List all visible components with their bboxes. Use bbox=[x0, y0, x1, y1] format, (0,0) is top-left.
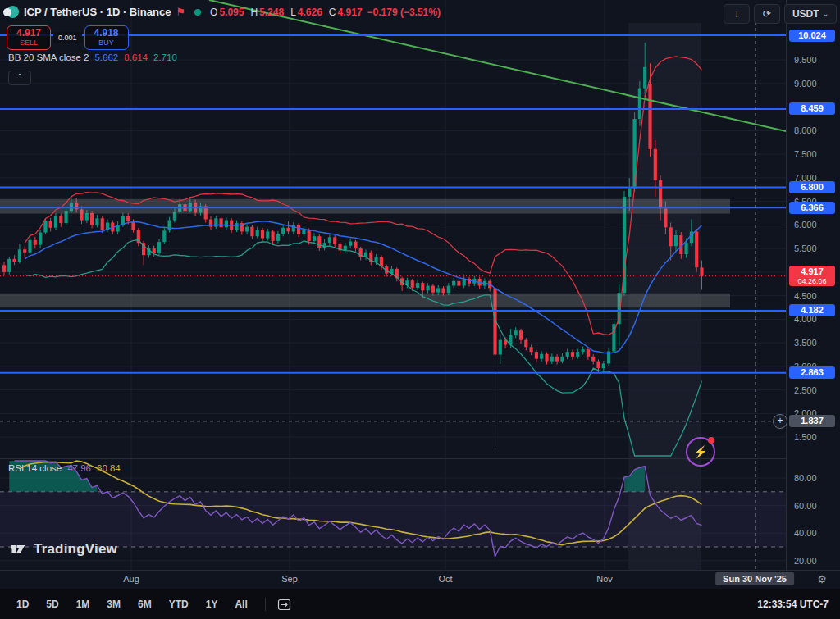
chevron-down-icon: ⌄ bbox=[823, 10, 829, 18]
axis-label: 3.500 bbox=[794, 338, 817, 348]
axis-label: 4.500 bbox=[794, 291, 817, 301]
range-button-5D[interactable]: 5D bbox=[46, 599, 58, 610]
buy-label: BUY bbox=[85, 39, 128, 47]
axis-label: 40.00 bbox=[794, 528, 817, 538]
notification-dot bbox=[708, 437, 714, 444]
toolbar-divider bbox=[265, 598, 266, 611]
axis-label: 80.00 bbox=[794, 473, 817, 483]
change-value: −0.179 (−3.51%) bbox=[368, 7, 441, 18]
bb-upper-value: 8.614 bbox=[124, 52, 148, 62]
quote-value: 5.095 bbox=[219, 7, 244, 18]
axis-label: 2.500 bbox=[794, 385, 817, 395]
tradingview-chart-window: 9.5009.0008.5008.0007.5007.0006.5006.000… bbox=[0, 0, 840, 619]
symbol-legend[interactable]: ICP / TetherUS · 1D · Binance ⚑ O5.095H5… bbox=[7, 6, 441, 18]
price-tag-10.024: 10.024 bbox=[789, 30, 835, 42]
go-to-date-icon[interactable] bbox=[277, 598, 291, 611]
axis-label: 1.500 bbox=[794, 432, 817, 442]
price-tag-4.917: 4.91704:26:06 bbox=[789, 266, 835, 286]
crosshair-date-tag: Sun 30 Nov '25 bbox=[715, 572, 794, 585]
symbol-title[interactable]: ICP / TetherUS · 1D · Binance bbox=[24, 6, 171, 18]
month-label-Nov: Nov bbox=[596, 574, 613, 584]
price-tag-4.182: 4.182 bbox=[789, 304, 835, 316]
quote-key: C bbox=[329, 7, 336, 18]
top-right-controls: ↓ ⟳ USDT ⌄ bbox=[724, 4, 837, 24]
bb-basis-value: 5.662 bbox=[94, 52, 118, 62]
buy-button[interactable]: 4.918 BUY bbox=[84, 25, 129, 50]
symbol-logo-icon bbox=[7, 6, 19, 18]
rsi-value: 47.96 bbox=[67, 463, 91, 473]
crosshair-plus-icon[interactable]: + bbox=[773, 414, 788, 429]
sell-label: SELL bbox=[7, 39, 50, 47]
quote-key: L bbox=[290, 7, 296, 18]
axis-label: 6.000 bbox=[794, 220, 817, 230]
bb-name: BB 20 SMA close 2 bbox=[8, 52, 89, 62]
quote-key: O bbox=[210, 7, 217, 18]
collapse-legend-button[interactable]: ⌃ bbox=[8, 71, 31, 85]
lightning-fab[interactable]: ⚡ bbox=[686, 437, 715, 467]
axis-label: 9.500 bbox=[794, 55, 817, 65]
range-button-All[interactable]: All bbox=[235, 599, 247, 610]
axis-label: 5.500 bbox=[794, 244, 817, 253]
sync-refresh-icon[interactable]: ⟳ bbox=[754, 4, 780, 24]
spread-value: 0.001 bbox=[53, 32, 82, 43]
chart-canvas[interactable] bbox=[0, 0, 786, 570]
scroll-to-recent-icon[interactable]: ↓ bbox=[724, 4, 750, 24]
quote-value: 4.626 bbox=[298, 7, 322, 18]
tradingview-watermark: TradingView bbox=[10, 541, 117, 558]
axis-label: 8.000 bbox=[794, 125, 817, 135]
ohlc-values: O5.095H5.248L4.626C4.917 bbox=[210, 7, 363, 18]
range-buttons: 1D5D1M3M6MYTD1YAll bbox=[16, 599, 265, 610]
currency-dropdown[interactable]: USDT ⌄ bbox=[784, 4, 837, 24]
axis-label: 60.00 bbox=[794, 501, 817, 511]
month-label-Oct: Oct bbox=[438, 574, 452, 584]
quote-value: 4.917 bbox=[338, 7, 363, 18]
range-button-1M[interactable]: 1M bbox=[76, 599, 90, 610]
range-button-6M[interactable]: 6M bbox=[138, 599, 152, 610]
quote-key: H bbox=[250, 7, 258, 18]
price-tag-1.837: 1.837 bbox=[789, 415, 835, 427]
rsi-indicator-legend[interactable]: RSI 14 close 47.96 60.84 bbox=[8, 463, 121, 473]
connection-status-dot bbox=[194, 9, 201, 16]
tradingview-logo bbox=[10, 541, 28, 558]
range-button-1D[interactable]: 1D bbox=[16, 599, 29, 610]
currency-label: USDT bbox=[792, 8, 819, 20]
price-tag-6.800: 6.800 bbox=[789, 181, 835, 193]
clock-utc[interactable]: 12:33:54 UTC-7 bbox=[757, 599, 829, 610]
axis-label: 9.000 bbox=[794, 79, 817, 89]
bb-indicator-legend[interactable]: BB 20 SMA close 2 5.662 8.614 2.710 bbox=[8, 52, 177, 62]
lightning-icon: ⚡ bbox=[693, 445, 707, 458]
price-axis[interactable]: 9.5009.0008.5008.0007.5007.0006.5006.000… bbox=[786, 0, 840, 570]
sell-button[interactable]: 4.917 SELL bbox=[7, 25, 51, 50]
month-label-Sep: Sep bbox=[281, 574, 298, 584]
bottom-toolbar: 1D5D1M3M6MYTD1YAll 12:33:54 UTC-7 bbox=[0, 589, 840, 619]
range-button-3M[interactable]: 3M bbox=[107, 599, 121, 610]
bb-lower-value: 2.710 bbox=[153, 52, 177, 62]
axis-label: 7.500 bbox=[794, 149, 817, 159]
gear-icon[interactable]: ⚙ bbox=[817, 573, 827, 585]
price-tag-8.459: 8.459 bbox=[789, 102, 835, 115]
rsi-ma-value: 60.84 bbox=[97, 463, 121, 473]
candles-layer bbox=[2, 43, 704, 447]
sell-price: 4.917 bbox=[7, 28, 50, 39]
range-button-YTD[interactable]: YTD bbox=[169, 599, 189, 610]
quote-value: 5.248 bbox=[259, 7, 284, 18]
rsi-name: RSI 14 close bbox=[8, 463, 62, 473]
watermark-text: TradingView bbox=[34, 541, 117, 558]
price-tag-6.366: 6.366 bbox=[789, 202, 835, 214]
flag-icon[interactable]: ⚑ bbox=[176, 6, 185, 18]
buy-price: 4.918 bbox=[85, 28, 128, 39]
axis-label: 20.00 bbox=[794, 556, 817, 566]
bb-upper bbox=[25, 57, 701, 335]
range-button-1Y[interactable]: 1Y bbox=[206, 599, 218, 610]
order-panel: 4.917 SELL 0.001 4.918 BUY bbox=[7, 25, 129, 50]
time-axis[interactable]: AugSepOctNov Sun 30 Nov '25 ⚙ bbox=[0, 570, 840, 589]
month-label-Aug: Aug bbox=[123, 574, 139, 584]
price-tag-2.863: 2.863 bbox=[789, 366, 835, 379]
zone bbox=[0, 199, 730, 214]
